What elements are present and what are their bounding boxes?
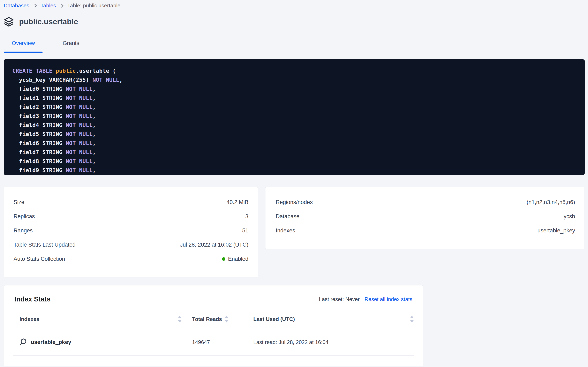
page-title-row: public.usertable [4, 17, 588, 27]
sql-code: CREATE TABLE public.usertable ( ycsb_key… [12, 66, 585, 175]
breadcrumb-current: Table: public.usertable [67, 2, 120, 9]
index-stats-title: Index Stats [14, 295, 50, 303]
row-cell-index-name: usertable_pkey [13, 338, 182, 346]
table-stack-icon [4, 17, 14, 27]
breadcrumb: Databases Tables Table: public.usertable [0, 0, 588, 9]
status-text: Enabled [228, 256, 248, 262]
stat-value: ycsb [563, 213, 575, 220]
page-title: public.usertable [19, 17, 78, 26]
stat-label: Database [276, 213, 299, 220]
header-cell-indexes[interactable]: Indexes [13, 315, 182, 323]
tab-bar: Overview Grants [4, 34, 582, 53]
stat-label: Size [14, 199, 25, 206]
row-cell-last-used: Last read: Jul 28, 2022 at 16:04 [253, 339, 414, 345]
breadcrumb-tables[interactable]: Tables [41, 2, 56, 9]
stat-row-auto-stats: Auto Stats Collection Enabled [14, 255, 248, 262]
stat-value: 40.2 MiB [226, 199, 248, 206]
table-info-card: Regions/nodes (n1,n2,n3,n4,n5,n6) Databa… [265, 187, 584, 249]
total-reads-value: 149647 [192, 339, 210, 345]
stat-label: Indexes [276, 227, 295, 234]
stat-row-database: Database ycsb [276, 213, 575, 220]
stat-row-stats-updated: Table Stats Last Updated Jul 28, 2022 at… [14, 241, 248, 248]
stat-label: Auto Stats Collection [14, 256, 65, 262]
stat-label: Regions/nodes [276, 199, 313, 206]
stat-row-indexes: Indexes usertable_pkey [276, 227, 575, 234]
index-name-link[interactable]: usertable_pkey [31, 339, 71, 345]
stat-value: Enabled [222, 256, 248, 262]
breadcrumb-databases[interactable]: Databases [4, 2, 29, 9]
sort-icon[interactable] [410, 315, 414, 323]
tab-overview-label: Overview [12, 40, 35, 46]
index-stats-table: Indexes Total Reads Last Used (UTC) [13, 304, 414, 356]
stat-value: 51 [242, 227, 248, 234]
table-details-cards: Size 40.2 MiB Replicas 3 Ranges 51 Table… [4, 187, 584, 277]
tab-grants[interactable]: Grants [63, 34, 79, 53]
create-table-statement: CREATE TABLE public.usertable ( ycsb_key… [4, 59, 585, 175]
chevron-right-icon [33, 4, 37, 7]
stat-label: Ranges [14, 227, 33, 234]
last-reset-label: Last reset: Never [319, 296, 360, 304]
column-label: Last Used (UTC) [253, 316, 295, 322]
column-label: Total Reads [192, 316, 222, 322]
stat-label: Table Stats Last Updated [14, 242, 76, 248]
stat-row-regions: Regions/nodes (n1,n2,n3,n4,n5,n6) [276, 199, 575, 206]
column-label: Indexes [19, 316, 40, 322]
header-cell-last-used[interactable]: Last Used (UTC) [253, 315, 414, 323]
table-row: usertable_pkey 149647 Last read: Jul 28,… [13, 329, 414, 356]
status-enabled-dot-icon [222, 257, 225, 261]
stat-row-replicas: Replicas 3 [14, 213, 248, 220]
sort-icon[interactable] [224, 315, 229, 323]
stat-value: Jul 28, 2022 at 16:02 (UTC) [180, 242, 248, 248]
tab-grants-label: Grants [63, 40, 79, 46]
index-stats-actions: Last reset: Never Reset all index stats [319, 295, 412, 304]
stat-row-size: Size 40.2 MiB [14, 199, 248, 206]
reset-index-stats-link[interactable]: Reset all index stats [364, 296, 412, 302]
stat-label: Replicas [14, 213, 35, 220]
magnifier-icon [19, 338, 26, 346]
chevron-right-icon [60, 4, 64, 7]
stat-value: usertable_pkey [538, 227, 575, 234]
stat-row-ranges: Ranges 51 [14, 227, 248, 234]
index-stats-header: Index Stats Last reset: Never Reset all … [4, 285, 423, 304]
index-stats-table-header: Indexes Total Reads Last Used (UTC) [13, 304, 414, 329]
tab-overview[interactable]: Overview [4, 34, 42, 53]
index-stats-card: Index Stats Last reset: Never Reset all … [4, 285, 423, 366]
table-stats-card: Size 40.2 MiB Replicas 3 Ranges 51 Table… [4, 187, 258, 277]
sort-icon[interactable] [177, 315, 182, 323]
last-used-value: Last read: Jul 28, 2022 at 16:04 [253, 339, 329, 345]
stat-value: (n1,n2,n3,n4,n5,n6) [527, 199, 575, 206]
active-tab-indicator [4, 51, 42, 53]
stat-value: 3 [245, 213, 248, 220]
row-cell-total-reads: 149647 [192, 339, 244, 345]
header-cell-total-reads[interactable]: Total Reads [192, 315, 244, 323]
